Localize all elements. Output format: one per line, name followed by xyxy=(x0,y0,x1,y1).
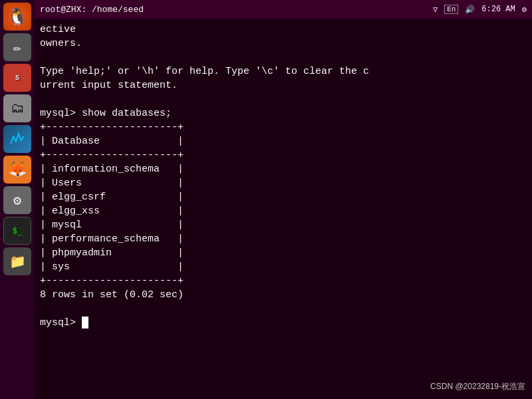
term-line-blank-2 xyxy=(40,92,527,106)
term-line-3: urrent input statement. xyxy=(40,78,527,92)
term-line-row-2: | Users | xyxy=(40,176,527,190)
term-line-row-7: | phpmyadmin | xyxy=(40,246,527,260)
sidebar-icon-folder[interactable]: 📁 xyxy=(3,247,31,275)
term-line-row-5: | mysql | xyxy=(40,218,527,232)
term-line-border-top: +----------------------+ xyxy=(40,120,527,134)
term-line-blank-1 xyxy=(40,51,527,65)
sidebar-icon-wireshark[interactable] xyxy=(3,125,31,153)
term-line-header: | Database | xyxy=(40,134,527,148)
titlebar: root@ZHX: /home/seed ▽ En 🔊 6:26 AM ⚙ xyxy=(35,0,532,19)
term-line-1: owners. xyxy=(40,37,527,51)
term-line-blank-3 xyxy=(40,302,527,316)
main-area: root@ZHX: /home/seed ▽ En 🔊 6:26 AM ⚙ ec… xyxy=(35,0,532,399)
term-line-row-1: | information_schema | xyxy=(40,162,527,176)
system-settings-icon[interactable]: ⚙ xyxy=(522,5,527,15)
term-line-prompt: mysql> xyxy=(40,316,527,330)
watermark: CSDN @20232819-祝浩宣 xyxy=(430,381,525,392)
term-line-2: Type 'help;' or '\h' for help. Type '\c'… xyxy=(40,65,527,78)
term-line-row-6: | performance_schema | xyxy=(40,232,527,246)
clock: 6:26 AM xyxy=(481,5,515,14)
terminal-cursor xyxy=(82,317,88,329)
terminal-window[interactable]: ective owners. Type 'help;' or '\h' for … xyxy=(35,19,532,399)
term-line-row-4: | elgg_xss | xyxy=(40,204,527,218)
network-icon: ▽ xyxy=(433,5,438,15)
sidebar-icon-text-editor[interactable]: ✏ xyxy=(3,33,31,61)
term-line-border-mid: +----------------------+ xyxy=(40,148,527,162)
sidebar-icon-terminal[interactable]: $_ xyxy=(3,217,31,245)
sidebar-icon-ubuntu[interactable]: 🐧 xyxy=(3,3,31,31)
term-line-rowcount: 8 rows in set (0.02 sec) xyxy=(40,288,527,302)
sidebar-icon-settings[interactable]: ⚙ xyxy=(3,186,31,214)
titlebar-title: root@ZHX: /home/seed xyxy=(40,5,144,15)
term-line-row-3: | elgg_csrf | xyxy=(40,190,527,204)
keyboard-layout: En xyxy=(444,5,458,14)
sidebar: 🐧 ✏ S 🗂 🦊 ⚙ $_ 📁 xyxy=(0,0,35,399)
volume-icon: 🔊 xyxy=(465,5,475,15)
term-line-command: mysql> show databases; xyxy=(40,106,527,120)
term-line-row-8: | sys | xyxy=(40,260,527,274)
sidebar-icon-files[interactable]: 🗂 xyxy=(3,94,31,122)
sidebar-icon-sql[interactable]: S xyxy=(3,64,31,92)
term-line-border-bottom: +----------------------+ xyxy=(40,274,527,288)
titlebar-right: ▽ En 🔊 6:26 AM ⚙ xyxy=(433,5,527,15)
term-line-0: ective xyxy=(40,23,527,37)
sidebar-icon-firefox[interactable]: 🦊 xyxy=(3,156,31,184)
